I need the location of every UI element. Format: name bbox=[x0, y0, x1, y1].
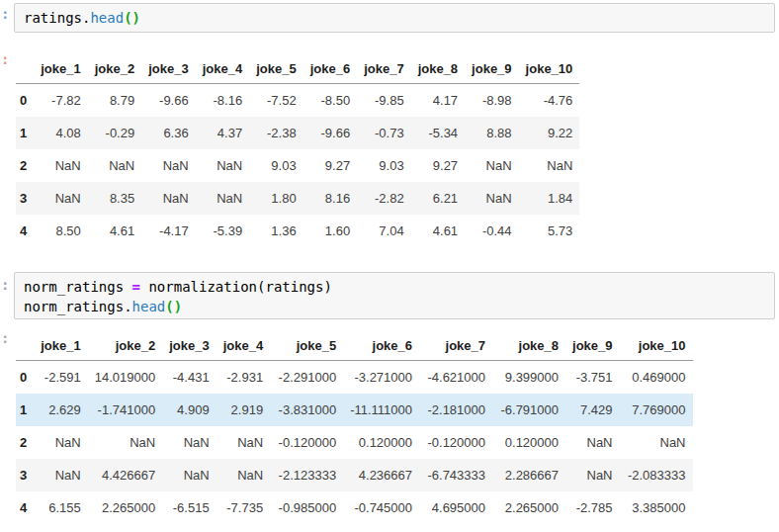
column-header: joke_5 bbox=[270, 334, 343, 361]
row-index-label: 4 bbox=[16, 491, 34, 524]
table-cell: 4.37 bbox=[196, 117, 249, 149]
table-cell: NaN bbox=[141, 182, 195, 215]
table-cell: -2.931 bbox=[216, 361, 270, 394]
table-cell: -5.39 bbox=[196, 215, 249, 247]
code-line: norm_ratings = normalization(ratings) bbox=[24, 277, 774, 297]
table-cell: 4.17 bbox=[411, 84, 465, 117]
table-row: 48.504.61-4.17-5.391.361.607.044.61-0.44… bbox=[16, 215, 579, 247]
table-cell: 0.469000 bbox=[620, 361, 693, 394]
row-index-label: 0 bbox=[16, 84, 34, 117]
table-cell: -1.741000 bbox=[88, 394, 162, 426]
table-cell: -2.083333 bbox=[620, 459, 693, 491]
column-header: joke_8 bbox=[411, 57, 465, 84]
code-cell-norm-ratings[interactable]: norm_ratings = normalization(ratings)nor… bbox=[14, 272, 775, 319]
row-index-label: 2 bbox=[16, 426, 34, 459]
table-cell: -5.34 bbox=[411, 117, 465, 149]
table-cell: 4.08 bbox=[34, 117, 87, 149]
column-header: joke_7 bbox=[357, 57, 410, 84]
table-cell: -2.591 bbox=[34, 361, 87, 394]
table-cell: NaN bbox=[216, 426, 270, 459]
column-header: joke_6 bbox=[303, 57, 357, 84]
code-token-func: head bbox=[132, 299, 166, 314]
column-header: joke_5 bbox=[249, 57, 303, 84]
table-cell: 0.120000 bbox=[492, 426, 565, 459]
in-prompt-fragment-cell1: : bbox=[1, 6, 13, 22]
code-token-plain: norm_ratings bbox=[24, 279, 132, 295]
ratings-head-output: joke_1joke_2joke_3joke_4joke_5joke_6joke… bbox=[16, 57, 579, 247]
table-cell: -6.515 bbox=[162, 491, 216, 524]
table-cell: -0.745000 bbox=[343, 491, 419, 524]
table-cell: NaN bbox=[88, 149, 141, 182]
table-header-row: joke_1joke_2joke_3joke_4joke_5joke_6joke… bbox=[16, 57, 579, 84]
table-cell: -0.44 bbox=[465, 215, 518, 247]
code-line: norm_ratings.head() bbox=[24, 297, 774, 316]
table-cell: 7.429 bbox=[565, 394, 619, 426]
table-cell: 2.265000 bbox=[492, 491, 565, 524]
column-header: joke_9 bbox=[465, 57, 518, 84]
code-token-plain: norm_ratings. bbox=[24, 299, 132, 314]
code-token-plain: ratings. bbox=[24, 10, 90, 26]
table-cell: -7.52 bbox=[249, 84, 303, 117]
column-header: joke_8 bbox=[492, 334, 565, 361]
row-index-label: 2 bbox=[16, 149, 34, 182]
table-row: 14.08-0.296.364.37-2.38-9.66-0.73-5.348.… bbox=[16, 117, 579, 149]
table-cell: 14.019000 bbox=[88, 361, 162, 394]
table-row: 0-7.828.79-9.66-8.16-7.52-8.50-9.854.17-… bbox=[16, 84, 579, 117]
table-cell: -2.785 bbox=[565, 491, 619, 524]
table-cell: 4.426667 bbox=[88, 459, 162, 491]
table-cell: -0.120000 bbox=[270, 426, 343, 459]
table-cell: NaN bbox=[620, 426, 693, 459]
code-token-op: = bbox=[132, 279, 140, 295]
table-cell: 7.769000 bbox=[620, 394, 693, 426]
table-cell: -6.791000 bbox=[492, 394, 565, 426]
table-cell: 8.50 bbox=[34, 215, 87, 247]
table-cell: NaN bbox=[141, 149, 195, 182]
table-row: 2NaNNaNNaNNaN9.039.279.039.27NaNNaN bbox=[16, 149, 579, 182]
table-cell: -7.82 bbox=[34, 84, 87, 117]
table-cell: 6.21 bbox=[411, 182, 465, 215]
table-cell: NaN bbox=[565, 426, 619, 459]
table-cell: 4.61 bbox=[88, 215, 141, 247]
table-row: 46.1552.265000-6.515-7.735-0.985000-0.74… bbox=[16, 491, 693, 524]
table-cell: 9.27 bbox=[411, 149, 465, 182]
column-header: joke_6 bbox=[343, 334, 419, 361]
table-row: 3NaN4.426667NaNNaN-2.1233334.236667-6.74… bbox=[16, 459, 693, 491]
table-cell: 4.695000 bbox=[419, 491, 492, 524]
row-index-label: 4 bbox=[16, 215, 34, 247]
table-cell: -4.76 bbox=[519, 84, 580, 117]
code-token-paren: () bbox=[124, 10, 140, 26]
code-cell-ratings-head[interactable]: ratings.head() bbox=[14, 3, 775, 33]
table-cell: -2.123333 bbox=[270, 459, 343, 491]
table-cell: 6.36 bbox=[141, 117, 195, 149]
table-row: 2NaNNaNNaNNaN-0.1200000.120000-0.1200000… bbox=[16, 426, 693, 459]
index-corner-cell bbox=[16, 57, 34, 84]
table-cell: -0.985000 bbox=[270, 491, 343, 524]
table-cell: -2.38 bbox=[249, 117, 303, 149]
table-cell: 8.88 bbox=[465, 117, 518, 149]
column-header: joke_2 bbox=[88, 57, 141, 84]
table-cell: -4.17 bbox=[141, 215, 195, 247]
table-cell: NaN bbox=[465, 149, 518, 182]
table-cell: 5.73 bbox=[519, 215, 580, 247]
column-header: joke_10 bbox=[620, 334, 693, 361]
table-cell: -9.85 bbox=[357, 84, 410, 117]
norm-ratings-table: joke_1joke_2joke_3joke_4joke_5joke_6joke… bbox=[16, 334, 693, 524]
table-cell: -4.621000 bbox=[419, 361, 492, 394]
row-index-label: 0 bbox=[16, 361, 34, 394]
table-cell: -6.743333 bbox=[419, 459, 492, 491]
table-cell: NaN bbox=[216, 459, 270, 491]
table-cell: 4.236667 bbox=[343, 459, 419, 491]
table-cell: -8.98 bbox=[465, 84, 518, 117]
out-prompt-fragment-cell2: : bbox=[1, 330, 13, 346]
column-header: joke_1 bbox=[34, 334, 87, 361]
table-cell: NaN bbox=[196, 149, 249, 182]
table-cell: -11.111000 bbox=[343, 394, 419, 426]
table-cell: 8.79 bbox=[88, 84, 141, 117]
table-cell: -4.431 bbox=[162, 361, 216, 394]
table-cell: 2.919 bbox=[216, 394, 270, 426]
code-token-func: head bbox=[90, 10, 124, 26]
table-cell: -2.82 bbox=[357, 182, 410, 215]
table-cell: -9.66 bbox=[303, 117, 357, 149]
column-header: joke_7 bbox=[419, 334, 492, 361]
code-token-paren: () bbox=[165, 299, 182, 314]
